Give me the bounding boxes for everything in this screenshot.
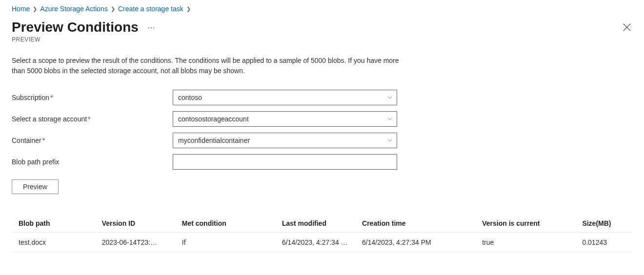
more-icon[interactable]: ⋯ — [147, 23, 156, 32]
form-row-storage-account: Select a storage account* — [12, 111, 632, 127]
breadcrumb-home[interactable]: Home — [12, 5, 30, 13]
cell-size: 0.01243 — [582, 233, 632, 253]
cell-creation-time: 6/14/2023, 4:27:34 PM — [362, 233, 482, 253]
subscription-label: Subscription* — [12, 94, 173, 101]
page-title: Preview Conditions — [12, 20, 139, 35]
form-row-container: Container* — [12, 133, 632, 148]
preview-button[interactable]: Preview — [12, 179, 59, 194]
breadcrumb-create-storage-task[interactable]: Create a storage task — [118, 5, 183, 13]
chevron-right-icon: ❯ — [33, 6, 37, 12]
storage-account-label: Select a storage account* — [12, 115, 173, 123]
table-header-row: Blob path Version ID Met condition Last … — [12, 215, 632, 233]
col-version-id[interactable]: Version ID — [102, 215, 182, 233]
col-size[interactable]: Size(MB) — [582, 215, 632, 233]
breadcrumb: Home ❯ Azure Storage Actions ❯ Create a … — [12, 5, 632, 13]
form-row-subscription: Subscription* — [12, 90, 632, 105]
storage-account-select[interactable] — [173, 111, 397, 127]
blob-prefix-input[interactable] — [173, 154, 397, 170]
close-icon[interactable] — [622, 22, 632, 33]
breadcrumb-azure-storage-actions[interactable]: Azure Storage Actions — [40, 5, 108, 13]
page-header: Preview Conditions ⋯ — [12, 20, 632, 35]
col-blob-path[interactable]: Blob path — [12, 215, 102, 233]
page-subtitle: PREVIEW — [12, 36, 632, 43]
chevron-right-icon: ❯ — [111, 6, 115, 12]
cell-blob-path: test.docx — [12, 233, 102, 253]
container-select[interactable] — [173, 133, 397, 148]
cell-version-current: true — [482, 233, 582, 253]
cell-met-condition: If — [182, 233, 282, 253]
col-version-current[interactable]: Version is current — [482, 215, 582, 233]
table-row[interactable]: test.docx 2023-06-14T23:… If 6/14/2023, … — [12, 233, 632, 253]
container-label: Container* — [12, 137, 173, 144]
blob-prefix-label: Blob path prefix — [12, 158, 173, 166]
page-description: Select a scope to preview the result of … — [12, 56, 402, 76]
chevron-right-icon: ❯ — [186, 6, 191, 12]
cell-version-id: 2023-06-14T23:… — [102, 233, 182, 253]
col-met-condition[interactable]: Met condition — [182, 215, 282, 233]
col-last-modified[interactable]: Last modified — [282, 215, 362, 233]
subscription-select[interactable] — [173, 90, 397, 105]
results-table: Blob path Version ID Met condition Last … — [12, 215, 632, 253]
cell-last-modified: 6/14/2023, 4:27:34 … — [282, 233, 362, 253]
form-row-blob-prefix: Blob path prefix — [12, 154, 632, 170]
col-creation-time[interactable]: Creation time — [362, 215, 482, 233]
